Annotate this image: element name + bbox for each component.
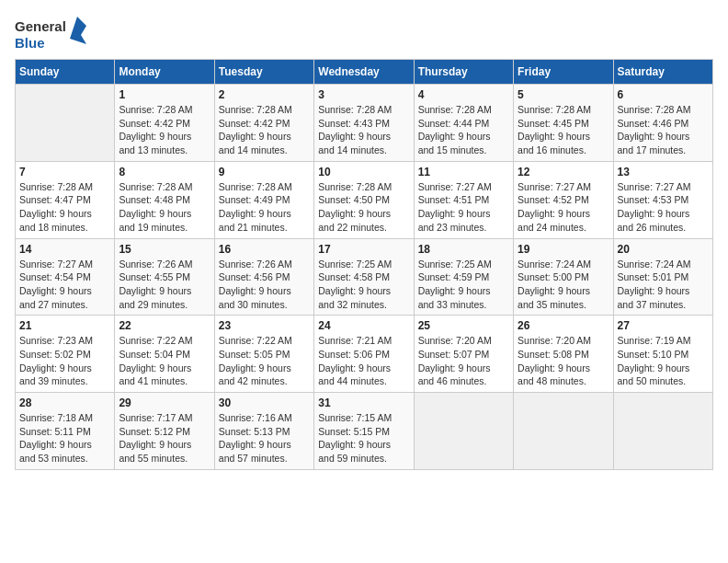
day-info: Sunrise: 7:24 AMSunset: 5:01 PMDaylight:… — [618, 258, 709, 312]
calendar-day: 15Sunrise: 7:26 AMSunset: 4:55 PMDayligh… — [115, 238, 214, 316]
day-info: Sunrise: 7:22 AMSunset: 5:05 PMDaylight:… — [219, 334, 310, 388]
calendar-day: 6Sunrise: 7:28 AMSunset: 4:46 PMDaylight… — [613, 85, 712, 162]
day-number: 11 — [418, 166, 509, 178]
calendar-day: 28Sunrise: 7:18 AMSunset: 5:11 PMDayligh… — [16, 393, 115, 470]
logo: General Blue — [15, 15, 88, 52]
day-info: Sunrise: 7:17 AMSunset: 5:12 PMDaylight:… — [119, 411, 210, 465]
header-saturday: Saturday — [613, 60, 712, 85]
day-number: 30 — [219, 396, 310, 409]
header-sunday: Sunday — [16, 60, 115, 85]
calendar-day: 18Sunrise: 7:25 AMSunset: 4:59 PMDayligh… — [414, 238, 513, 316]
day-info: Sunrise: 7:27 AMSunset: 4:52 PMDaylight:… — [518, 180, 609, 235]
day-number: 4 — [418, 88, 509, 101]
calendar-table: SundayMondayTuesdayWednesdayThursdayFrid… — [15, 59, 713, 470]
calendar-day: 13Sunrise: 7:27 AMSunset: 4:53 PMDayligh… — [613, 161, 712, 238]
calendar-day: 31Sunrise: 7:15 AMSunset: 5:15 PMDayligh… — [314, 393, 414, 470]
day-info: Sunrise: 7:28 AMSunset: 4:44 PMDaylight:… — [418, 103, 509, 157]
calendar-day — [414, 393, 513, 470]
calendar-day: 17Sunrise: 7:25 AMSunset: 4:58 PMDayligh… — [314, 238, 414, 316]
calendar-day: 23Sunrise: 7:22 AMSunset: 5:05 PMDayligh… — [214, 316, 313, 393]
day-info: Sunrise: 7:28 AMSunset: 4:50 PMDaylight:… — [318, 180, 409, 235]
calendar-day: 19Sunrise: 7:24 AMSunset: 5:00 PMDayligh… — [514, 238, 613, 316]
day-info: Sunrise: 7:28 AMSunset: 4:47 PMDaylight:… — [19, 180, 110, 235]
day-info: Sunrise: 7:24 AMSunset: 5:00 PMDaylight:… — [518, 258, 609, 312]
day-number: 27 — [618, 319, 709, 332]
calendar-day — [16, 85, 115, 162]
logo-svg: General Blue — [15, 15, 88, 52]
day-info: Sunrise: 7:28 AMSunset: 4:43 PMDaylight:… — [318, 103, 409, 157]
day-number: 22 — [119, 319, 210, 332]
day-info: Sunrise: 7:28 AMSunset: 4:45 PMDaylight:… — [518, 103, 609, 157]
day-number: 16 — [219, 243, 310, 256]
calendar-day: 29Sunrise: 7:17 AMSunset: 5:12 PMDayligh… — [115, 393, 214, 470]
day-info: Sunrise: 7:26 AMSunset: 4:55 PMDaylight:… — [119, 258, 210, 312]
calendar-day: 1Sunrise: 7:28 AMSunset: 4:42 PMDaylight… — [115, 85, 214, 162]
calendar-week-2: 7Sunrise: 7:28 AMSunset: 4:47 PMDaylight… — [16, 161, 713, 238]
calendar-week-4: 21Sunrise: 7:23 AMSunset: 5:02 PMDayligh… — [16, 316, 713, 393]
day-info: Sunrise: 7:28 AMSunset: 4:49 PMDaylight:… — [219, 180, 310, 235]
calendar-day: 25Sunrise: 7:20 AMSunset: 5:07 PMDayligh… — [414, 316, 513, 393]
day-info: Sunrise: 7:20 AMSunset: 5:07 PMDaylight:… — [418, 334, 509, 388]
day-info: Sunrise: 7:25 AMSunset: 4:59 PMDaylight:… — [418, 258, 509, 312]
day-number: 10 — [318, 166, 409, 178]
day-info: Sunrise: 7:16 AMSunset: 5:13 PMDaylight:… — [219, 411, 310, 465]
day-info: Sunrise: 7:22 AMSunset: 5:04 PMDaylight:… — [119, 334, 210, 388]
day-number: 21 — [19, 319, 110, 332]
day-number: 20 — [618, 243, 709, 256]
header-thursday: Thursday — [414, 60, 513, 85]
day-number: 3 — [318, 88, 409, 101]
day-info: Sunrise: 7:27 AMSunset: 4:54 PMDaylight:… — [19, 258, 110, 312]
calendar-header-row: SundayMondayTuesdayWednesdayThursdayFrid… — [16, 60, 713, 85]
svg-marker-2 — [70, 17, 86, 44]
day-number: 2 — [219, 88, 310, 101]
calendar-day: 20Sunrise: 7:24 AMSunset: 5:01 PMDayligh… — [613, 238, 712, 316]
day-number: 14 — [19, 243, 110, 256]
calendar-day — [613, 393, 712, 470]
day-number: 1 — [119, 88, 210, 101]
day-number: 6 — [618, 88, 709, 101]
calendar-day: 27Sunrise: 7:19 AMSunset: 5:10 PMDayligh… — [613, 316, 712, 393]
day-number: 8 — [119, 166, 210, 178]
day-info: Sunrise: 7:26 AMSunset: 4:56 PMDaylight:… — [219, 258, 310, 312]
day-number: 24 — [318, 319, 409, 332]
calendar-day: 21Sunrise: 7:23 AMSunset: 5:02 PMDayligh… — [16, 316, 115, 393]
day-number: 12 — [518, 166, 609, 178]
header-tuesday: Tuesday — [214, 60, 313, 85]
calendar-day: 7Sunrise: 7:28 AMSunset: 4:47 PMDaylight… — [16, 161, 115, 238]
calendar-day: 11Sunrise: 7:27 AMSunset: 4:51 PMDayligh… — [414, 161, 513, 238]
day-number: 25 — [418, 319, 509, 332]
day-number: 29 — [119, 396, 210, 409]
day-number: 9 — [219, 166, 310, 178]
calendar-day: 10Sunrise: 7:28 AMSunset: 4:50 PMDayligh… — [314, 161, 414, 238]
calendar-day: 14Sunrise: 7:27 AMSunset: 4:54 PMDayligh… — [16, 238, 115, 316]
header-friday: Friday — [514, 60, 613, 85]
header-monday: Monday — [115, 60, 214, 85]
day-number: 17 — [318, 243, 409, 256]
day-info: Sunrise: 7:28 AMSunset: 4:42 PMDaylight:… — [119, 103, 210, 157]
day-info: Sunrise: 7:27 AMSunset: 4:53 PMDaylight:… — [618, 180, 709, 235]
day-info: Sunrise: 7:28 AMSunset: 4:48 PMDaylight:… — [119, 180, 210, 235]
calendar-day: 9Sunrise: 7:28 AMSunset: 4:49 PMDaylight… — [214, 161, 313, 238]
day-number: 26 — [518, 319, 609, 332]
day-info: Sunrise: 7:19 AMSunset: 5:10 PMDaylight:… — [618, 334, 709, 388]
day-info: Sunrise: 7:27 AMSunset: 4:51 PMDaylight:… — [418, 180, 509, 235]
day-info: Sunrise: 7:15 AMSunset: 5:15 PMDaylight:… — [318, 411, 409, 465]
day-number: 19 — [518, 243, 609, 256]
calendar-day — [514, 393, 613, 470]
day-info: Sunrise: 7:21 AMSunset: 5:06 PMDaylight:… — [318, 334, 409, 388]
day-info: Sunrise: 7:28 AMSunset: 4:46 PMDaylight:… — [618, 103, 709, 157]
page-header: General Blue — [15, 15, 713, 52]
calendar-week-1: 1Sunrise: 7:28 AMSunset: 4:42 PMDaylight… — [16, 85, 713, 162]
day-info: Sunrise: 7:25 AMSunset: 4:58 PMDaylight:… — [318, 258, 409, 312]
calendar-day: 22Sunrise: 7:22 AMSunset: 5:04 PMDayligh… — [115, 316, 214, 393]
header-wednesday: Wednesday — [314, 60, 414, 85]
svg-text:Blue: Blue — [15, 35, 45, 51]
day-number: 23 — [219, 319, 310, 332]
day-number: 28 — [19, 396, 110, 409]
day-number: 18 — [418, 243, 509, 256]
calendar-day: 2Sunrise: 7:28 AMSunset: 4:42 PMDaylight… — [214, 85, 313, 162]
day-info: Sunrise: 7:20 AMSunset: 5:08 PMDaylight:… — [518, 334, 609, 388]
calendar-day: 26Sunrise: 7:20 AMSunset: 5:08 PMDayligh… — [514, 316, 613, 393]
day-number: 7 — [19, 166, 110, 178]
svg-text:General: General — [15, 18, 66, 34]
